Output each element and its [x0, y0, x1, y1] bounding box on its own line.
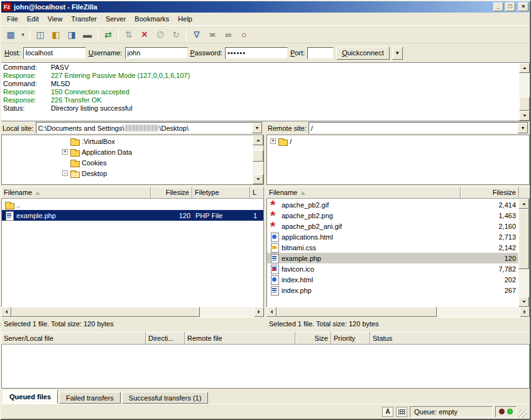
column-header-status[interactable]: Status	[370, 332, 530, 345]
remote-path-dropdown-icon[interactable]: ▾	[518, 123, 528, 133]
queue-list-body[interactable]	[1, 345, 530, 389]
quickconnect-button[interactable]: Quickconnect	[336, 47, 390, 60]
scroll-right-icon[interactable]	[254, 307, 264, 317]
scroll-down-icon[interactable]	[518, 297, 529, 307]
file-row[interactable]: applications.html 2,713	[267, 231, 518, 242]
title-bar[interactable]: Fz john@localhost - FileZilla _ □ ×	[1, 1, 530, 13]
local-tree-body[interactable]: .VirtualBox + Application Data Cookies -	[2, 135, 253, 184]
file-row[interactable]: apache_pb2.png 1,463	[267, 210, 518, 221]
column-header-last-modified[interactable]: L	[250, 187, 264, 199]
scroll-up-icon[interactable]	[518, 199, 529, 209]
host-input[interactable]	[23, 47, 86, 59]
tab-successful-transfers[interactable]: Successful transfers (1)	[122, 392, 209, 404]
column-header-filesize[interactable]: Filesize	[461, 187, 519, 199]
tree-item[interactable]: Cookies	[2, 157, 253, 168]
toggle-local-tree-icon[interactable]: ◧	[48, 28, 63, 41]
local-horizontal-scrollbar[interactable]	[1, 307, 264, 317]
scroll-down-icon[interactable]	[519, 111, 530, 121]
scroll-up-icon[interactable]	[253, 135, 263, 145]
scroll-up-icon[interactable]	[519, 63, 530, 73]
local-path-dropdown-icon[interactable]: ▾	[252, 123, 262, 133]
file-row[interactable]: example.php 120	[267, 253, 518, 263]
file-row[interactable]: index.html 202	[267, 274, 518, 285]
scroll-left-icon[interactable]	[1, 307, 11, 317]
password-input[interactable]	[225, 47, 288, 59]
quickconnect-dropdown-icon[interactable]: ▾	[392, 47, 403, 60]
remote-file-list-body[interactable]: apache_pb2.gif 2,414 apache_pb2.png 1,46…	[267, 199, 518, 307]
file-row[interactable]: apache_pb2.gif 2,414	[267, 199, 518, 210]
tree-expander-icon[interactable]: -	[62, 170, 68, 176]
username-input[interactable]	[125, 47, 188, 59]
column-header-server-local-file[interactable]: Server/Local file	[1, 332, 146, 345]
tree-expander-icon[interactable]: +	[270, 138, 276, 144]
tab-failed-transfers[interactable]: Failed transfers	[59, 392, 121, 404]
file-row[interactable]: favicon.ico 7,782	[267, 263, 518, 274]
column-header-filetype[interactable]: Filetype	[192, 187, 250, 199]
column-header-remote-file[interactable]: Remote file	[185, 332, 295, 345]
file-row[interactable]: bitnami.css 2,142	[267, 242, 518, 253]
toggle-transfer-queue-icon[interactable]: ▬	[80, 28, 95, 41]
menu-help[interactable]: Help	[173, 14, 197, 24]
log-scrollbar[interactable]	[519, 63, 530, 121]
process-queue-icon[interactable]: ⇅	[121, 28, 136, 41]
tree-item[interactable]: + Application Data	[2, 146, 253, 157]
tree-expander-icon[interactable]: +	[62, 149, 68, 155]
column-header-size[interactable]: Size	[295, 332, 331, 345]
scroll-right-icon[interactable]	[520, 307, 530, 317]
scroll-thumb[interactable]	[518, 209, 529, 269]
file-row[interactable]: apache_pb2_ani.gif 2,160	[267, 221, 518, 231]
scroll-track[interactable]	[276, 307, 520, 317]
scroll-thumb[interactable]	[276, 307, 437, 317]
scroll-left-icon[interactable]	[266, 307, 276, 317]
scroll-thumb[interactable]	[519, 97, 530, 111]
column-header-filename[interactable]: Filename	[266, 187, 461, 199]
filter-icon[interactable]: ∇	[189, 28, 204, 41]
site-manager-icon[interactable]: ▦	[3, 28, 18, 41]
menu-view[interactable]: View	[43, 14, 67, 24]
local-path-combo[interactable]: C:\Documents and Settings\\Desktop\ ▾	[36, 122, 263, 134]
refresh-icon[interactable]: ⇄	[101, 28, 116, 41]
file-row[interactable]: example.php 120 PHP File 1	[2, 210, 263, 221]
compare-icon[interactable]: ≍	[205, 28, 220, 41]
tab-queued-files[interactable]: Queued files	[3, 390, 58, 404]
scroll-thumb[interactable]	[11, 307, 200, 317]
disconnect-icon[interactable]: ∅	[153, 28, 168, 41]
remote-horizontal-scrollbar[interactable]	[266, 307, 530, 317]
tree-item[interactable]: .VirtualBox	[2, 136, 253, 146]
site-manager-dropdown-icon[interactable]: ▾	[19, 28, 27, 41]
sync-browse-icon[interactable]: ∞	[221, 28, 236, 41]
column-header-direction[interactable]: Directi...	[146, 332, 185, 345]
minimize-button[interactable]: _	[493, 3, 503, 11]
cancel-icon[interactable]: ×	[137, 28, 152, 41]
message-log-body[interactable]: Command:PASV Response:227 Entering Passi…	[1, 63, 519, 121]
port-input[interactable]	[307, 47, 334, 59]
scroll-track[interactable]	[518, 209, 529, 297]
remote-path-combo[interactable]: / ▾	[309, 122, 528, 134]
remote-tree-body[interactable]: + /	[267, 135, 529, 184]
tree-item[interactable]: - Desktop	[2, 168, 253, 179]
menu-transfer[interactable]: Transfer	[67, 14, 101, 24]
toggle-remote-tree-icon[interactable]: ◨	[64, 28, 79, 41]
menu-server[interactable]: Server	[101, 14, 130, 24]
scroll-track[interactable]	[519, 73, 530, 111]
reconnect-icon[interactable]: ↻	[168, 28, 183, 41]
file-row[interactable]: ..	[2, 199, 263, 210]
scroll-track[interactable]	[253, 145, 263, 174]
scroll-down-icon[interactable]	[253, 174, 263, 184]
close-button[interactable]: ×	[518, 3, 528, 11]
local-tree-scrollbar[interactable]	[253, 135, 263, 184]
menu-file[interactable]: File	[3, 14, 23, 24]
scroll-thumb[interactable]	[253, 150, 263, 162]
maximize-button[interactable]: □	[505, 3, 515, 11]
file-row[interactable]: index.php 267	[267, 285, 518, 296]
scroll-track[interactable]	[11, 307, 254, 317]
menu-edit[interactable]: Edit	[23, 14, 43, 24]
toggle-message-log-icon[interactable]: ◫	[33, 28, 48, 41]
menu-bookmarks[interactable]: Bookmarks	[130, 14, 173, 24]
column-header-priority[interactable]: Priority	[331, 332, 370, 345]
column-header-filename[interactable]: Filename	[1, 187, 151, 199]
find-icon[interactable]: ○	[236, 28, 251, 41]
resize-grip[interactable]	[519, 409, 527, 417]
tree-item[interactable]: + /	[267, 136, 529, 146]
remote-list-scrollbar[interactable]	[518, 199, 529, 307]
